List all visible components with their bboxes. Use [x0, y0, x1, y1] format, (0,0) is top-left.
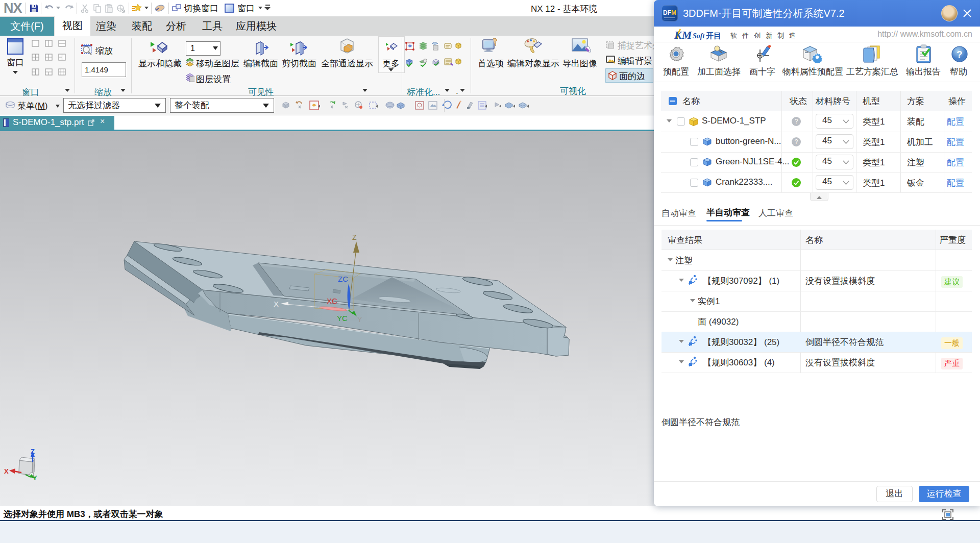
svg-text:?: ?	[957, 49, 963, 60]
svg-text:X: X	[274, 300, 279, 308]
svg-text:YC: YC	[337, 314, 348, 323]
svg-text:XC: XC	[327, 297, 337, 305]
svg-text:X: X	[4, 467, 9, 475]
svg-text:Y: Y	[33, 474, 37, 482]
svg-text:Y: Y	[357, 315, 362, 324]
svg-text:ZC: ZC	[338, 275, 348, 283]
svg-text:Z: Z	[31, 448, 35, 455]
svg-text:Z: Z	[352, 233, 357, 241]
